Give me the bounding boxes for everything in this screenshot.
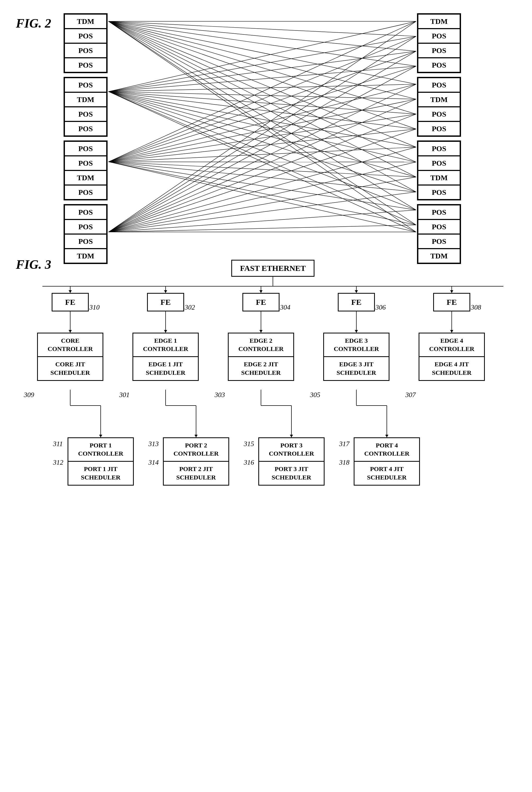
svg-marker-79 bbox=[355, 330, 358, 333]
left-box-pos-4: POS bbox=[64, 78, 107, 92]
ref-305: 305 bbox=[310, 391, 320, 399]
port2-controller-box: PORT 2CONTROLLER bbox=[163, 437, 229, 461]
svg-line-56 bbox=[109, 192, 416, 232]
edge4-controller-group: EDGE 4CONTROLLER EDGE 4 JITSCHEDULER bbox=[419, 333, 485, 381]
fig2-diagram: TDM POS POS POS POS TDM POS POS POS POS … bbox=[63, 11, 461, 239]
right-group-1: TDM POS POS POS bbox=[417, 13, 461, 73]
fig2-lines: .cross-line { stroke: #000; stroke-width… bbox=[63, 11, 461, 239]
core-jit-box: CORE JITSCHEDULER bbox=[37, 356, 103, 381]
fig2-label: FIG. 2 bbox=[16, 16, 51, 31]
edge4-controller-box: EDGE 4CONTROLLER bbox=[419, 333, 485, 356]
svg-line-7 bbox=[109, 21, 416, 129]
svg-line-12 bbox=[109, 21, 416, 210]
port4-controller-box: PORT 4CONTROLLER bbox=[354, 437, 420, 461]
svg-line-49 bbox=[109, 84, 416, 232]
right-box-pos-7: POS bbox=[418, 141, 460, 156]
left-box-tdm-2: TDM bbox=[64, 92, 107, 107]
left-group-3: POS POS TDM POS bbox=[63, 140, 108, 201]
ref-307: 307 bbox=[405, 391, 416, 399]
svg-line-42 bbox=[109, 162, 416, 210]
svg-line-5 bbox=[109, 21, 416, 99]
svg-marker-68 bbox=[164, 290, 167, 293]
svg-line-18 bbox=[109, 66, 416, 92]
edge3-controller-group: EDGE 3CONTROLLER EDGE 3 JITSCHEDULER bbox=[323, 333, 390, 381]
svg-line-26 bbox=[109, 91, 416, 192]
svg-line-39 bbox=[109, 162, 416, 162]
edge2-controller-box: EDGE 2CONTROLLER bbox=[228, 333, 294, 356]
svg-line-15 bbox=[109, 21, 416, 92]
svg-line-3 bbox=[109, 21, 416, 66]
svg-line-37 bbox=[109, 129, 416, 162]
svg-line-36 bbox=[109, 114, 416, 162]
port4-jit-box: PORT 4 JITSCHEDULER bbox=[354, 461, 420, 485]
svg-line-43 bbox=[109, 162, 416, 225]
ref-310: 310 bbox=[89, 303, 100, 312]
edge4-jit-box: EDGE 4 JITSCHEDULER bbox=[419, 356, 485, 381]
edge2-jit-box: EDGE 2 JITSCHEDULER bbox=[228, 356, 294, 381]
svg-marker-70 bbox=[355, 290, 358, 293]
fe-box-5: FE bbox=[433, 293, 470, 312]
ref-316: 316 bbox=[244, 458, 254, 467]
svg-line-51 bbox=[109, 114, 416, 232]
left-box-pos-8: POS bbox=[64, 156, 107, 170]
edge2-controller-group: EDGE 2CONTROLLER EDGE 2 JITSCHEDULER bbox=[228, 333, 294, 381]
ref-309: 309 bbox=[24, 391, 34, 399]
ref-304: 304 bbox=[280, 303, 290, 312]
port1-controller-group: PORT 1CONTROLLER PORT 1 JITSCHEDULER bbox=[68, 437, 134, 486]
svg-line-27 bbox=[109, 91, 416, 210]
fe-box-3: FE bbox=[243, 293, 280, 312]
left-box-pos-9: POS bbox=[64, 185, 107, 200]
fig3-diagram: FAST ETHERNET FE 310 FE 302 FE 304 FE 30… bbox=[21, 257, 525, 535]
svg-line-22 bbox=[109, 91, 416, 129]
svg-marker-81 bbox=[450, 330, 453, 333]
fe-box-4: FE bbox=[338, 293, 375, 312]
core-controller-box: CORECONTROLLER bbox=[37, 333, 103, 356]
svg-line-45 bbox=[109, 21, 416, 232]
right-box-pos-10: POS bbox=[418, 205, 460, 220]
svg-line-44 bbox=[109, 162, 416, 232]
right-box-pos-1: POS bbox=[418, 29, 460, 43]
left-box-tdm-3: TDM bbox=[64, 170, 107, 185]
svg-line-52 bbox=[109, 129, 416, 232]
svg-line-25 bbox=[109, 91, 416, 177]
svg-line-31 bbox=[109, 36, 416, 162]
svg-line-16 bbox=[109, 36, 416, 92]
right-group-3: POS POS TDM POS bbox=[417, 140, 461, 201]
ref-308: 308 bbox=[471, 303, 481, 312]
left-box-tdm-1: TDM bbox=[64, 14, 107, 29]
svg-line-29 bbox=[109, 91, 416, 232]
left-box-pos-6: POS bbox=[64, 121, 107, 136]
svg-line-32 bbox=[109, 51, 416, 162]
svg-marker-93 bbox=[290, 435, 293, 437]
svg-line-48 bbox=[109, 66, 416, 232]
svg-line-10 bbox=[109, 21, 416, 177]
port2-jit-box: PORT 2 JITSCHEDULER bbox=[163, 461, 229, 485]
svg-line-46 bbox=[109, 36, 416, 232]
core-controller-group: CORECONTROLLER CORE JITSCHEDULER bbox=[37, 333, 103, 381]
svg-line-8 bbox=[109, 21, 416, 147]
right-box-pos-4: POS bbox=[418, 78, 460, 92]
ref-315: 315 bbox=[244, 440, 254, 448]
left-box-pos-11: POS bbox=[64, 220, 107, 234]
svg-line-4 bbox=[109, 21, 416, 84]
edge1-jit-box: EDGE 1 JITSCHEDULER bbox=[132, 356, 199, 381]
fe-box-1: FE bbox=[52, 293, 89, 312]
svg-line-9 bbox=[109, 21, 416, 162]
left-group-4: POS POS POS TDM bbox=[63, 204, 108, 264]
svg-line-13 bbox=[109, 21, 416, 225]
port3-controller-group: PORT 3CONTROLLER PORT 3 JITSCHEDULER bbox=[258, 437, 325, 486]
svg-marker-85 bbox=[99, 435, 102, 437]
left-box-pos-5: POS bbox=[64, 107, 107, 121]
svg-line-17 bbox=[109, 51, 416, 91]
left-box-pos-12: POS bbox=[64, 234, 107, 249]
svg-line-38 bbox=[109, 147, 416, 162]
right-group-4: POS POS POS TDM bbox=[417, 204, 461, 264]
ref-303: 303 bbox=[215, 391, 225, 399]
ref-312: 312 bbox=[53, 458, 63, 467]
right-box-pos-9: POS bbox=[418, 185, 460, 200]
left-box-pos-7: POS bbox=[64, 141, 107, 156]
left-box-pos-3: POS bbox=[64, 58, 107, 72]
svg-line-55 bbox=[109, 177, 416, 232]
port3-controller-box: PORT 3CONTROLLER bbox=[258, 437, 325, 461]
left-group-1: TDM POS POS POS bbox=[63, 13, 108, 73]
